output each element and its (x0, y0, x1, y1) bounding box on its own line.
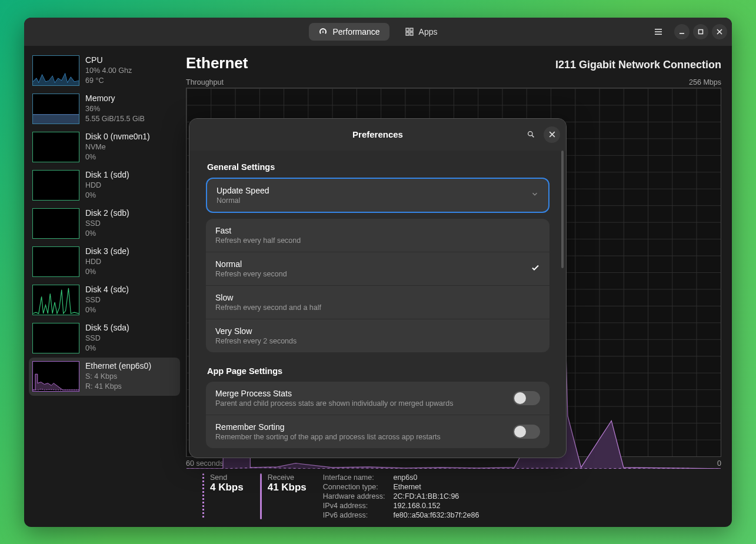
maximize-button[interactable] (693, 24, 708, 39)
tab-performance[interactable]: Performance (309, 23, 389, 41)
tab-label: Apps (419, 27, 438, 36)
scrollbar[interactable] (561, 151, 564, 445)
sidebar-item-label: Disk 4 (sdc) (85, 285, 129, 294)
titlebar: Performance Apps (24, 18, 732, 46)
sidebar-item-label: Disk 3 (sde) (85, 246, 129, 256)
sidebar-item-label: Disk 1 (sdd) (85, 170, 129, 179)
check-icon (531, 263, 540, 275)
cpu-thumb (32, 55, 79, 86)
sidebar-item-cpu[interactable]: CPU 10% 4.00 Ghz 69 °C (29, 52, 180, 90)
sidebar-item-label: Disk 5 (sda) (85, 323, 129, 332)
svg-rect-1 (699, 29, 703, 34)
app-page-settings: Merge Process Stats Parent and child pro… (206, 382, 549, 448)
disk-thumb (32, 323, 79, 353)
remember-sorting-toggle[interactable] (513, 425, 540, 439)
disk-thumb (32, 132, 79, 162)
sidebar-item-disk2[interactable]: Disk 2 (sdb) SSD 0% (29, 205, 180, 243)
device-name: I211 Gigabit Network Connection (555, 59, 721, 71)
sidebar-item-disk5[interactable]: Disk 5 (sda) SSD 0% (29, 319, 180, 358)
preferences-header: Preferences (189, 119, 566, 151)
send-metric: Send 4 Kbps (202, 473, 244, 519)
merge-process-stats-toggle[interactable] (513, 391, 540, 405)
preferences-dialog: Preferences General Settings Update Spee… (189, 118, 567, 458)
sidebar-item-label: Ethernet (enp6s0) (85, 361, 151, 371)
sidebar-item-label: Memory (85, 94, 145, 103)
chevron-down-icon (531, 190, 539, 201)
sidebar-item-disk0[interactable]: Disk 0 (nvme0n1) NVMe 0% (29, 128, 180, 166)
interface-info: Interface name:enp6s0 Connection type:Et… (323, 473, 479, 519)
disk-thumb (32, 170, 79, 201)
section-app-title: App Page Settings (207, 366, 548, 376)
sidebar-item-ethernet[interactable]: Ethernet (enp6s0) S: 4 Kbps R: 41 Kbps (29, 358, 180, 396)
tab-label: Performance (332, 27, 379, 36)
receive-metric: Receive 41 Kbps (260, 473, 307, 519)
remember-sorting-row[interactable]: Remember Sorting Remember the sorting of… (206, 415, 549, 448)
view-switcher: Performance Apps (309, 23, 447, 41)
disk-thumb (32, 246, 79, 277)
throughput-label: Throughput (186, 78, 224, 86)
speedometer-icon (318, 27, 328, 36)
minimize-button[interactable] (674, 24, 690, 39)
close-icon (548, 131, 556, 138)
sidebar-item-disk3[interactable]: Disk 3 (sde) HDD 0% (29, 243, 180, 281)
option-normal[interactable]: Normal Refresh every second (206, 252, 549, 285)
memory-thumb (32, 94, 79, 124)
disk-thumb (32, 208, 79, 239)
update-speed-options: Fast Refresh every half second Normal Re… (206, 219, 549, 352)
close-button[interactable] (712, 24, 727, 39)
search-icon (527, 131, 535, 138)
sidebar-item-label: CPU (85, 55, 132, 65)
svg-rect-0 (680, 33, 684, 34)
preferences-title: Preferences (352, 129, 403, 139)
sidebar-item-memory[interactable]: Memory 36% 5.55 GiB/15.5 GiB (29, 90, 180, 128)
hamburger-menu-button[interactable] (651, 24, 666, 39)
sidebar-item-disk4[interactable]: Disk 4 (sdc) SSD 0% (29, 281, 180, 319)
app-window: Performance Apps (24, 18, 732, 527)
preferences-close-button[interactable] (544, 126, 560, 143)
sidebar[interactable]: CPU 10% 4.00 Ghz 69 °C Memory 36% 5.55 G… (24, 46, 185, 527)
page-title: Ethernet (186, 54, 248, 72)
sidebar-item-label: Disk 0 (nvme0n1) (85, 132, 150, 141)
ethernet-thumb (32, 361, 79, 392)
tab-apps[interactable]: Apps (395, 23, 447, 41)
merge-process-stats-row[interactable]: Merge Process Stats Parent and child pro… (206, 382, 549, 415)
option-fast[interactable]: Fast Refresh every half second (206, 219, 549, 252)
apps-icon (405, 27, 414, 36)
update-speed-dropdown[interactable]: Update Speed Normal (206, 178, 549, 213)
sidebar-item-label: Disk 2 (sdb) (85, 208, 129, 218)
sidebar-item-disk1[interactable]: Disk 1 (sdd) HDD 0% (29, 166, 180, 205)
section-general-title: General Settings (207, 162, 548, 172)
svg-rect-2 (33, 114, 79, 123)
throughput-max: 256 Mbps (689, 78, 721, 86)
disk-thumb (32, 285, 79, 315)
svg-point-4 (528, 132, 532, 136)
svg-line-5 (532, 135, 534, 137)
preferences-search-button[interactable] (522, 126, 539, 143)
option-very-slow[interactable]: Very Slow Refresh every 2 seconds (206, 319, 549, 352)
option-slow[interactable]: Slow Refresh every second and a half (206, 285, 549, 319)
